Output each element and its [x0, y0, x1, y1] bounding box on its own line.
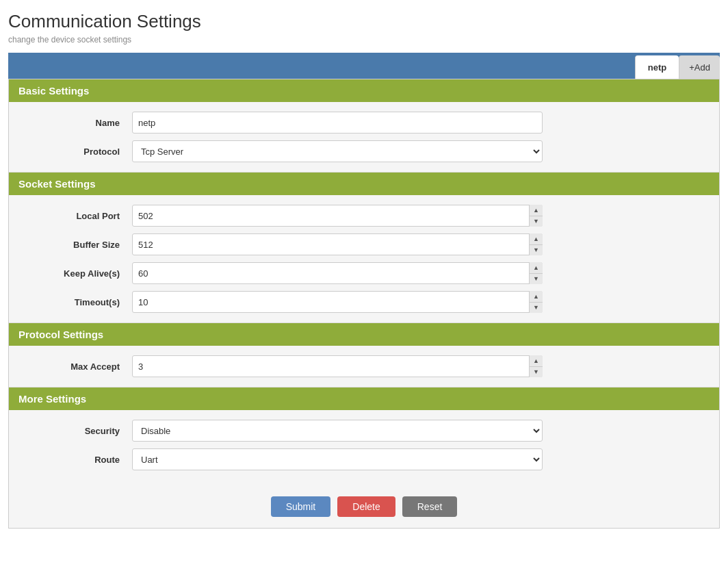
- section-basic-settings: Basic Settings Name Protocol Tcp Server …: [9, 79, 719, 173]
- route-row: Route Uart None: [9, 448, 719, 470]
- section-socket-settings: Socket Settings Local Port ▲ ▼: [9, 173, 719, 323]
- page-subtitle: change the device socket settings: [8, 35, 720, 45]
- max-accept-row: Max Accept ▲ ▼: [9, 355, 719, 377]
- security-control: Disable Enable: [132, 420, 543, 442]
- keep-alive-up[interactable]: ▲: [530, 262, 543, 274]
- route-control: Uart None: [132, 448, 543, 470]
- button-row: Submit Delete Reset: [9, 480, 719, 528]
- buffer-size-down[interactable]: ▼: [530, 245, 543, 256]
- section-more-settings: More Settings Security Disable Enable Ro…: [9, 388, 719, 480]
- local-port-down[interactable]: ▼: [530, 216, 543, 227]
- protocol-control: Tcp Server Tcp Client UDP Serial: [132, 140, 543, 162]
- keep-alive-row: Keep Alive(s) ▲ ▼: [9, 262, 719, 284]
- timeout-up[interactable]: ▲: [530, 291, 543, 303]
- timeout-spinners: ▲ ▼: [529, 291, 543, 313]
- buffer-size-label: Buffer Size: [23, 240, 132, 250]
- page-wrapper: Communication Settings change the device…: [0, 0, 728, 542]
- max-accept-label: Max Accept: [23, 361, 132, 372]
- local-port-wrapper: ▲ ▼: [132, 205, 543, 227]
- more-settings-header: More Settings: [9, 388, 719, 410]
- buffer-size-up[interactable]: ▲: [530, 233, 543, 245]
- buffer-size-control: ▲ ▼: [132, 233, 543, 255]
- protocol-settings-header: Protocol Settings: [9, 323, 719, 346]
- keep-alive-wrapper: ▲ ▼: [132, 262, 543, 284]
- protocol-settings-body: Max Accept ▲ ▼: [9, 346, 719, 388]
- route-label: Route: [23, 455, 132, 465]
- keep-alive-down[interactable]: ▼: [530, 274, 543, 285]
- keep-alive-input[interactable]: [132, 262, 543, 284]
- security-label: Security: [23, 426, 132, 436]
- buffer-size-wrapper: ▲ ▼: [132, 233, 543, 255]
- timeout-control: ▲ ▼: [132, 291, 543, 313]
- protocol-row: Protocol Tcp Server Tcp Client UDP Seria…: [9, 140, 719, 162]
- more-settings-body: Security Disable Enable Route Uart None: [9, 410, 719, 480]
- buffer-size-input[interactable]: [132, 233, 543, 255]
- name-control: [132, 112, 543, 134]
- protocol-label: Protocol: [23, 147, 132, 157]
- timeout-row: Timeout(s) ▲ ▼: [9, 291, 719, 313]
- max-accept-control: ▲ ▼: [132, 355, 543, 377]
- tab-add[interactable]: +Add: [679, 55, 720, 79]
- timeout-label: Timeout(s): [23, 297, 132, 307]
- local-port-row: Local Port ▲ ▼: [9, 205, 719, 227]
- submit-button[interactable]: Submit: [271, 496, 331, 517]
- max-accept-down[interactable]: ▼: [530, 367, 543, 378]
- buffer-size-row: Buffer Size ▲ ▼: [9, 233, 719, 255]
- local-port-spinners: ▲ ▼: [529, 205, 543, 227]
- keep-alive-label: Keep Alive(s): [23, 268, 132, 279]
- max-accept-wrapper: ▲ ▼: [132, 355, 543, 377]
- local-port-control: ▲ ▼: [132, 205, 543, 227]
- timeout-wrapper: ▲ ▼: [132, 291, 543, 313]
- max-accept-spinners: ▲ ▼: [529, 355, 543, 377]
- section-protocol-settings: Protocol Settings Max Accept ▲ ▼: [9, 323, 719, 388]
- tab-bar: netp +Add: [8, 53, 720, 79]
- name-row: Name: [9, 112, 719, 134]
- delete-button[interactable]: Delete: [337, 496, 395, 517]
- local-port-label: Local Port: [23, 211, 132, 221]
- max-accept-up[interactable]: ▲: [530, 355, 543, 367]
- tab-netp[interactable]: netp: [635, 55, 679, 79]
- basic-settings-body: Name Protocol Tcp Server Tcp Client UDP …: [9, 102, 719, 173]
- security-select[interactable]: Disable Enable: [132, 420, 543, 442]
- page-title: Communication Settings: [8, 11, 720, 32]
- local-port-input[interactable]: [132, 205, 543, 227]
- name-input[interactable]: [132, 112, 543, 134]
- security-row: Security Disable Enable: [9, 420, 719, 442]
- timeout-input[interactable]: [132, 291, 543, 313]
- content-area: Basic Settings Name Protocol Tcp Server …: [8, 79, 720, 529]
- buffer-size-spinners: ▲ ▼: [529, 233, 543, 255]
- max-accept-input[interactable]: [132, 355, 543, 377]
- route-select[interactable]: Uart None: [132, 448, 543, 470]
- reset-button[interactable]: Reset: [402, 496, 458, 517]
- keep-alive-spinners: ▲ ▼: [529, 262, 543, 284]
- protocol-select[interactable]: Tcp Server Tcp Client UDP Serial: [132, 140, 543, 162]
- keep-alive-control: ▲ ▼: [132, 262, 543, 284]
- timeout-down[interactable]: ▼: [530, 303, 543, 314]
- basic-settings-header: Basic Settings: [9, 79, 719, 102]
- name-label: Name: [23, 118, 132, 128]
- socket-settings-header: Socket Settings: [9, 173, 719, 195]
- socket-settings-body: Local Port ▲ ▼ Buffer Size: [9, 195, 719, 323]
- local-port-up[interactable]: ▲: [530, 205, 543, 216]
